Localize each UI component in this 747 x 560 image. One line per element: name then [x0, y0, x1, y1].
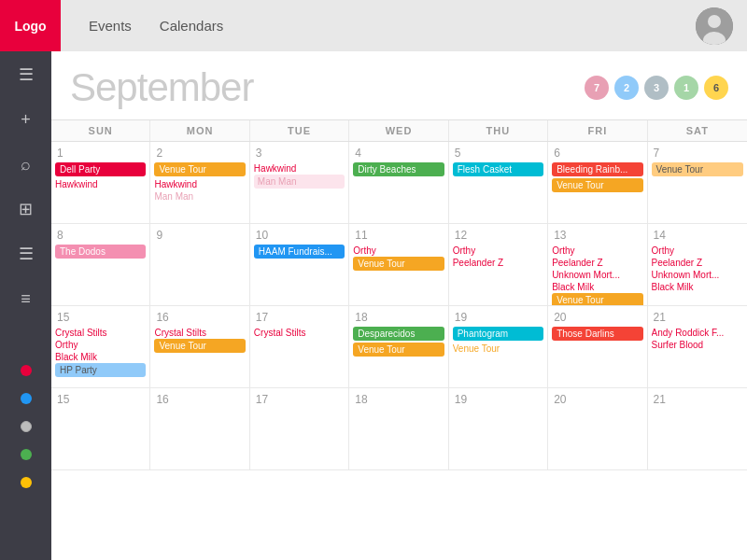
event-phantogram[interactable]: Phantogram [453, 327, 543, 341]
event-hp-party[interactable]: HP Party [55, 363, 146, 377]
add-icon[interactable]: + [12, 105, 40, 133]
event-the-dodos[interactable]: The Dodos [55, 245, 146, 259]
header: Logo Events Calendars [0, 0, 747, 51]
event-peelander-12[interactable]: Peelander Z [453, 257, 543, 269]
badge-0[interactable]: 7 [585, 76, 609, 100]
nav-calendars[interactable]: Calendars [160, 18, 223, 34]
event-man-man-2[interactable]: Man Man [154, 190, 245, 203]
cell-sep-16: 16 Crystal Stilts Venue Tour [150, 306, 249, 388]
cell-sep-18: 18 Desparecidos Venue Tour [349, 306, 448, 388]
logo[interactable]: Logo [0, 0, 61, 51]
menu-icon[interactable]: ☰ [12, 61, 40, 89]
cell-sep-3: 3 Hawkwind Man Man [250, 142, 349, 224]
calendar-header: September 7 2 3 1 6 [51, 51, 747, 119]
bars-icon[interactable]: ≡ [12, 285, 40, 313]
event-venue-tour-2[interactable]: Venue Tour [154, 162, 245, 176]
event-orthy-14[interactable]: Orthy [652, 245, 743, 257]
main-calendar: September 7 2 3 1 6 SUN MON TUE WED THU … [51, 51, 747, 560]
event-peelander-13[interactable]: Peelander Z [552, 257, 642, 269]
cell-sep-16b: 16 [150, 388, 249, 470]
event-dirty-beaches[interactable]: Dirty Beaches [353, 162, 444, 176]
color-badges: 7 2 3 1 6 [585, 76, 728, 100]
cell-sep-5: 5 Flesh Casket [449, 142, 548, 224]
event-flesh-casket[interactable]: Flesh Casket [453, 162, 543, 176]
badge-4[interactable]: 6 [704, 76, 728, 100]
cell-sep-21: 21 Andy Roddick F... Surfer Blood [648, 306, 747, 388]
event-hawkwind-3[interactable]: Hawkwind [254, 162, 345, 175]
cell-sep-17: 17 Crystal Stilts [250, 306, 349, 388]
event-black-milk-15[interactable]: Black Milk [55, 351, 146, 363]
event-black-milk-13[interactable]: Black Milk [552, 281, 642, 293]
event-venue-tour-16[interactable]: Venue Tour [154, 339, 245, 353]
event-orthy-13[interactable]: Orthy [552, 245, 642, 257]
event-dell-party[interactable]: Dell Party [55, 162, 146, 176]
cell-sep-15b: 15 [51, 388, 150, 470]
event-orthy-15[interactable]: Orthy [55, 339, 146, 351]
day-headers: SUN MON TUE WED THU FRI SAT [51, 119, 747, 142]
event-venue-tour-6[interactable]: Venue Tour [552, 178, 642, 192]
cell-sep-20: 20 Those Darlins [548, 306, 647, 388]
event-black-milk-14[interactable]: Black Milk [652, 281, 743, 293]
badge-1[interactable]: 2 [614, 76, 639, 100]
cell-sep-11: 11 Orthy Venue Tour [349, 224, 448, 306]
cell-sep-15: 15 Crystal Stilts Orthy Black Milk HP Pa… [51, 306, 150, 388]
calendar-grid: 1 Dell Party Hawkwind 2 Venue Tour Hawkw… [51, 142, 747, 553]
nav-events[interactable]: Events [89, 18, 132, 34]
cell-sep-17b: 17 [250, 388, 349, 470]
event-unknown-14[interactable]: Unknown Mort... [652, 269, 743, 281]
event-desparecidos[interactable]: Desparecidos [353, 327, 444, 341]
event-bleeding-rainb[interactable]: Bleeding Rainb... [552, 162, 642, 176]
cell-sep-12: 12 Orthy Peelander Z [449, 224, 548, 306]
event-those-darlins[interactable]: Those Darlins [552, 327, 642, 341]
event-orthy-12[interactable]: Orthy [453, 245, 543, 257]
user-avatar[interactable] [696, 7, 733, 45]
event-venue-tour-18[interactable]: Venue Tour [353, 343, 444, 357]
event-crystal-stilts-17[interactable]: Crystal Stilts [254, 327, 345, 339]
cell-sep-4: 4 Dirty Beaches [349, 142, 448, 224]
day-wed: WED [349, 120, 448, 141]
day-tue: TUE [250, 120, 349, 141]
month-title: September [70, 65, 253, 110]
dot-gray[interactable] [21, 421, 32, 432]
event-haam-fundrais[interactable]: HAAM Fundrais... [254, 245, 345, 259]
cell-sep-20b: 20 [548, 388, 647, 470]
dot-blue[interactable] [21, 393, 32, 404]
dot-red[interactable] [21, 365, 32, 376]
event-unknown-13[interactable]: Unknown Mort... [552, 269, 642, 281]
event-peelander-14[interactable]: Peelander Z [652, 257, 743, 269]
grid-icon[interactable]: ⊞ [12, 195, 40, 223]
sidebar: ☰ + ⌕ ⊞ ☰ ≡ [0, 51, 51, 560]
event-hawkwind-1[interactable]: Hawkwind [55, 178, 146, 190]
event-crystal-stilts-16[interactable]: Crystal Stilts [154, 327, 245, 339]
cell-sep-19: 19 Phantogram Venue Tour [449, 306, 548, 388]
cell-sep-7: 7 Venue Tour [648, 142, 747, 224]
event-venue-tour-7[interactable]: Venue Tour [652, 162, 743, 176]
event-orthy-11[interactable]: Orthy [353, 245, 444, 257]
list-icon[interactable]: ☰ [12, 240, 40, 268]
nav-links: Events Calendars [61, 18, 696, 34]
cell-sep-10: 10 HAAM Fundrais... [250, 224, 349, 306]
badge-3[interactable]: 1 [674, 76, 698, 100]
cell-sep-8: 8 The Dodos [51, 224, 150, 306]
search-icon[interactable]: ⌕ [12, 150, 40, 178]
dot-green[interactable] [21, 449, 32, 460]
cell-sep-2: 2 Venue Tour Hawkwind Man Man [150, 142, 249, 224]
badge-2[interactable]: 3 [644, 76, 669, 100]
cell-sep-1: 1 Dell Party Hawkwind [51, 142, 150, 224]
event-venue-tour-11[interactable]: Venue Tour [353, 257, 444, 271]
day-thu: THU [449, 120, 548, 141]
event-andy-roddick[interactable]: Andy Roddick F... [652, 327, 743, 339]
dot-yellow[interactable] [21, 477, 32, 488]
day-sun: SUN [51, 120, 150, 141]
cell-sep-6: 6 Bleeding Rainb... Venue Tour [548, 142, 647, 224]
event-man-man-3[interactable]: Man Man [254, 175, 345, 189]
event-surfer-blood[interactable]: Surfer Blood [652, 339, 743, 351]
event-venue-tour-19[interactable]: Venue Tour [453, 343, 543, 355]
event-crystal-stilts-15[interactable]: Crystal Stilts [55, 327, 146, 339]
event-venue-tour-13[interactable]: Venue Tour [552, 293, 642, 306]
cell-sep-13: 13 Orthy Peelander Z Unknown Mort... Bla… [548, 224, 647, 306]
cell-sep-9: 9 [150, 224, 249, 306]
event-hawkwind-2[interactable]: Hawkwind [154, 178, 245, 190]
cell-sep-14: 14 Orthy Peelander Z Unknown Mort... Bla… [648, 224, 747, 306]
day-mon: MON [150, 120, 249, 141]
